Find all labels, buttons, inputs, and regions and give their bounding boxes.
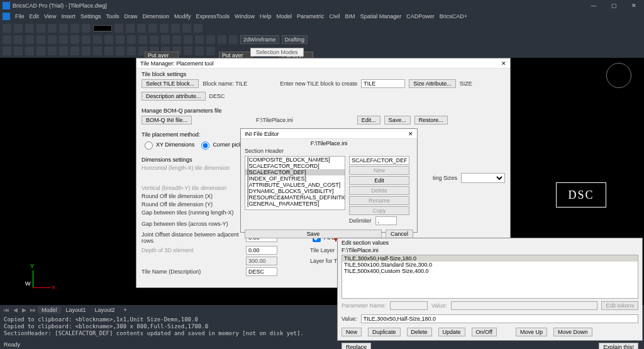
tab-layout1[interactable]: Layout1 — [62, 306, 90, 314]
tab-layout2[interactable]: Layout2 — [91, 306, 119, 314]
close-icon[interactable]: ✕ — [501, 60, 506, 67]
tab-next-icon[interactable]: ▶ — [20, 307, 28, 313]
description-attribute-button[interactable]: Description attribute... — [142, 92, 206, 101]
explain-button[interactable]: Explain this! — [599, 343, 638, 349]
tool-icon[interactable] — [138, 35, 147, 44]
tool-icon[interactable] — [70, 24, 79, 33]
value-input[interactable] — [361, 314, 638, 323]
tool-icon[interactable] — [127, 47, 136, 55]
menu-edit[interactable]: Edit — [30, 13, 40, 19]
tool-icon[interactable] — [82, 35, 91, 44]
tab-last-icon[interactable]: ⏭ — [29, 307, 36, 313]
menu-cadpower[interactable]: CADPower — [406, 13, 435, 19]
tool-icon[interactable] — [160, 24, 169, 33]
tab-prev-icon[interactable]: ◀ — [11, 307, 19, 313]
tool-icon[interactable] — [172, 35, 181, 44]
movedown-button[interactable]: Move Down — [553, 328, 592, 336]
new-button[interactable]: New — [349, 166, 409, 175]
onoff-button[interactable]: On/Off — [472, 328, 497, 336]
menu-tools[interactable]: Tools — [106, 13, 119, 19]
tool-icon[interactable] — [126, 24, 135, 33]
tool-icon[interactable] — [59, 24, 68, 33]
tool-icon[interactable] — [48, 47, 57, 55]
close-icon[interactable]: ✕ — [408, 131, 413, 137]
menu-spatial[interactable]: Spatial Manager — [360, 13, 402, 19]
tool-icon[interactable] — [150, 35, 158, 44]
tool-icon[interactable] — [104, 35, 113, 44]
menu-parametric[interactable]: Parametric — [297, 13, 325, 19]
bom-ini-button[interactable]: BOM-Q INI file... — [142, 116, 192, 125]
menu-help[interactable]: Help — [260, 13, 272, 19]
tool-icon[interactable] — [148, 24, 157, 33]
list-item[interactable]: [SCALEFACTOR_RECORD] — [245, 163, 345, 169]
tool-icon[interactable] — [184, 35, 192, 44]
update-button[interactable]: Update — [438, 328, 465, 336]
menu-window[interactable]: Window — [235, 13, 255, 19]
tile-block-input[interactable] — [361, 79, 405, 88]
existing-sizes-combo[interactable] — [461, 173, 505, 183]
selection-modes-panel[interactable]: Selection Modes — [250, 48, 304, 57]
tool-icon[interactable] — [161, 35, 170, 44]
tool-icon[interactable] — [82, 24, 91, 33]
list-item[interactable]: [ATTRIBUTE_VALUES_AND_COST] — [245, 182, 345, 188]
close-button[interactable]: ✕ — [626, 3, 641, 9]
tool-icon[interactable] — [25, 24, 34, 33]
menu-view[interactable]: View — [44, 13, 56, 19]
list-item[interactable]: [INDEX_OF_ENTRIES] — [245, 175, 345, 182]
tool-icon[interactable] — [171, 24, 180, 33]
tool-icon[interactable] — [127, 35, 136, 44]
new-button[interactable]: New — [341, 328, 362, 336]
tool-icon[interactable] — [82, 47, 91, 55]
delimiter-input[interactable] — [375, 216, 397, 225]
tab-first-icon[interactable]: ⏮ — [3, 307, 10, 313]
tool-icon[interactable] — [3, 24, 11, 33]
tool-icon[interactable] — [206, 47, 215, 55]
tool-icon[interactable] — [25, 35, 34, 44]
list-item[interactable]: [COMPOSITE_BLOCK_NAMES] — [245, 157, 345, 163]
list-item[interactable]: TILE,300x50,Half-Size,180.0 — [342, 255, 638, 262]
tool-icon[interactable] — [36, 47, 45, 55]
tool-icon[interactable] — [114, 24, 123, 33]
tool-icon[interactable] — [195, 47, 204, 55]
delete-button[interactable]: Delete — [349, 186, 409, 195]
minimize-button[interactable]: — — [586, 3, 601, 9]
list-item[interactable]: [SCALEFACTOR_DEF] — [245, 169, 345, 175]
menu-insert[interactable]: Insert — [61, 13, 75, 19]
edit-button[interactable]: Edit... — [357, 116, 380, 125]
replace-button[interactable]: Replace — [341, 343, 371, 349]
tool-icon[interactable] — [184, 47, 192, 55]
tool-icon[interactable] — [93, 47, 102, 55]
tool-icon[interactable] — [48, 35, 57, 44]
color-swatch[interactable] — [93, 25, 112, 31]
drafting-combo[interactable]: Drafting — [282, 35, 308, 44]
tool-icon[interactable] — [93, 35, 102, 44]
list-item[interactable]: [GENERAL_PARAMETERS] — [245, 201, 345, 207]
tool-icon[interactable] — [59, 35, 68, 44]
tool-icon[interactable] — [59, 47, 68, 55]
tool-icon[interactable] — [206, 35, 215, 44]
duplicate-button[interactable]: Duplicate — [368, 328, 401, 336]
size-attribute-button[interactable]: Size Attribute... — [409, 79, 456, 88]
save-button[interactable]: Save — [245, 230, 382, 238]
values-list[interactable]: TILE,300x50,Half-Size,180.0 TILE,500x100… — [341, 255, 638, 299]
tool-icon[interactable] — [116, 47, 125, 55]
tool-icon[interactable] — [195, 35, 204, 44]
tool-icon[interactable] — [3, 35, 11, 44]
tile-name-input[interactable] — [246, 267, 277, 276]
tab-add[interactable]: + — [120, 306, 131, 314]
radio-corner[interactable]: Corner picks — [198, 140, 245, 150]
menu-modify[interactable]: Modify — [174, 13, 191, 19]
section-name-input[interactable] — [349, 156, 409, 165]
tool-icon[interactable] — [70, 47, 79, 55]
joint-offset-input[interactable] — [246, 246, 277, 255]
select-tile-block-button[interactable]: Select TILE block... — [142, 79, 199, 88]
list-item[interactable]: TILE,500x400,Custom Size,400.0 — [342, 268, 638, 274]
menu-civil[interactable]: Civil — [330, 13, 340, 19]
save-button[interactable]: Save... — [384, 116, 411, 125]
menu-model[interactable]: Model — [277, 13, 292, 19]
delete-button[interactable]: Delete — [407, 328, 432, 336]
edit-button[interactable]: Edit — [349, 176, 409, 185]
menu-settings[interactable]: Settings — [80, 13, 101, 19]
moveup-button[interactable]: Move Up — [516, 328, 547, 336]
menu-bricscadplus[interactable]: BricsCAD+ — [440, 13, 467, 19]
